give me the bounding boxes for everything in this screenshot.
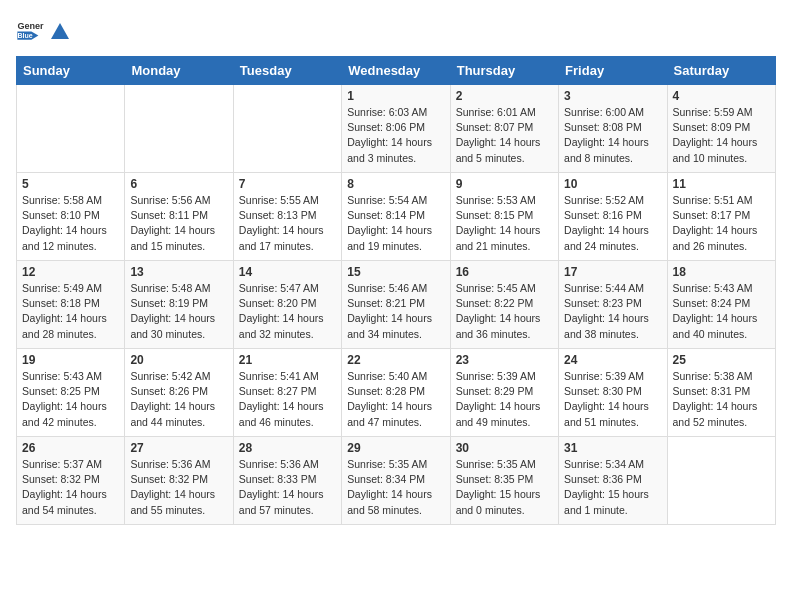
day-info: Sunrise: 5:59 AMSunset: 8:09 PMDaylight:… bbox=[673, 105, 770, 166]
day-info: Sunrise: 5:51 AMSunset: 8:17 PMDaylight:… bbox=[673, 193, 770, 254]
sunset-text: Sunset: 8:27 PM bbox=[239, 384, 336, 399]
daylight-text: Daylight: 14 hours and 46 minutes. bbox=[239, 399, 336, 429]
day-number: 6 bbox=[130, 177, 227, 191]
calendar-cell: 31Sunrise: 5:34 AMSunset: 8:36 PMDayligh… bbox=[559, 437, 667, 525]
day-number: 14 bbox=[239, 265, 336, 279]
header: General Blue bbox=[16, 16, 776, 44]
sunset-text: Sunset: 8:24 PM bbox=[673, 296, 770, 311]
calendar-cell bbox=[125, 85, 233, 173]
calendar-cell: 16Sunrise: 5:45 AMSunset: 8:22 PMDayligh… bbox=[450, 261, 558, 349]
sunset-text: Sunset: 8:25 PM bbox=[22, 384, 119, 399]
sunrise-text: Sunrise: 5:51 AM bbox=[673, 193, 770, 208]
sunset-text: Sunset: 8:28 PM bbox=[347, 384, 444, 399]
sunset-text: Sunset: 8:17 PM bbox=[673, 208, 770, 223]
daylight-text: Daylight: 14 hours and 55 minutes. bbox=[130, 487, 227, 517]
daylight-text: Daylight: 14 hours and 24 minutes. bbox=[564, 223, 661, 253]
calendar-cell: 22Sunrise: 5:40 AMSunset: 8:28 PMDayligh… bbox=[342, 349, 450, 437]
sunrise-text: Sunrise: 5:45 AM bbox=[456, 281, 553, 296]
calendar-cell: 6Sunrise: 5:56 AMSunset: 8:11 PMDaylight… bbox=[125, 173, 233, 261]
sunrise-text: Sunrise: 5:36 AM bbox=[239, 457, 336, 472]
sunrise-text: Sunrise: 5:42 AM bbox=[130, 369, 227, 384]
daylight-text: Daylight: 14 hours and 51 minutes. bbox=[564, 399, 661, 429]
day-number: 7 bbox=[239, 177, 336, 191]
day-info: Sunrise: 5:42 AMSunset: 8:26 PMDaylight:… bbox=[130, 369, 227, 430]
sunrise-text: Sunrise: 5:34 AM bbox=[564, 457, 661, 472]
calendar-cell: 18Sunrise: 5:43 AMSunset: 8:24 PMDayligh… bbox=[667, 261, 775, 349]
calendar-week-row: 19Sunrise: 5:43 AMSunset: 8:25 PMDayligh… bbox=[17, 349, 776, 437]
day-number: 20 bbox=[130, 353, 227, 367]
day-number: 8 bbox=[347, 177, 444, 191]
sunrise-text: Sunrise: 5:35 AM bbox=[456, 457, 553, 472]
daylight-text: Daylight: 14 hours and 40 minutes. bbox=[673, 311, 770, 341]
calendar-cell bbox=[667, 437, 775, 525]
sunrise-text: Sunrise: 5:37 AM bbox=[22, 457, 119, 472]
sunrise-text: Sunrise: 5:54 AM bbox=[347, 193, 444, 208]
sunrise-text: Sunrise: 5:49 AM bbox=[22, 281, 119, 296]
sunset-text: Sunset: 8:08 PM bbox=[564, 120, 661, 135]
sunset-text: Sunset: 8:36 PM bbox=[564, 472, 661, 487]
sunrise-text: Sunrise: 5:36 AM bbox=[130, 457, 227, 472]
calendar-cell: 29Sunrise: 5:35 AMSunset: 8:34 PMDayligh… bbox=[342, 437, 450, 525]
sunset-text: Sunset: 8:20 PM bbox=[239, 296, 336, 311]
sunrise-text: Sunrise: 5:52 AM bbox=[564, 193, 661, 208]
day-info: Sunrise: 5:43 AMSunset: 8:24 PMDaylight:… bbox=[673, 281, 770, 342]
day-number: 28 bbox=[239, 441, 336, 455]
col-header-wednesday: Wednesday bbox=[342, 57, 450, 85]
day-info: Sunrise: 5:38 AMSunset: 8:31 PMDaylight:… bbox=[673, 369, 770, 430]
daylight-text: Daylight: 14 hours and 57 minutes. bbox=[239, 487, 336, 517]
calendar-cell: 10Sunrise: 5:52 AMSunset: 8:16 PMDayligh… bbox=[559, 173, 667, 261]
daylight-text: Daylight: 14 hours and 15 minutes. bbox=[130, 223, 227, 253]
sunrise-text: Sunrise: 5:44 AM bbox=[564, 281, 661, 296]
calendar-week-row: 5Sunrise: 5:58 AMSunset: 8:10 PMDaylight… bbox=[17, 173, 776, 261]
day-info: Sunrise: 5:35 AMSunset: 8:35 PMDaylight:… bbox=[456, 457, 553, 518]
day-info: Sunrise: 5:35 AMSunset: 8:34 PMDaylight:… bbox=[347, 457, 444, 518]
day-number: 19 bbox=[22, 353, 119, 367]
daylight-text: Daylight: 14 hours and 49 minutes. bbox=[456, 399, 553, 429]
sunset-text: Sunset: 8:23 PM bbox=[564, 296, 661, 311]
calendar-cell: 7Sunrise: 5:55 AMSunset: 8:13 PMDaylight… bbox=[233, 173, 341, 261]
logo-icon: General Blue bbox=[16, 16, 44, 44]
day-info: Sunrise: 5:56 AMSunset: 8:11 PMDaylight:… bbox=[130, 193, 227, 254]
day-number: 29 bbox=[347, 441, 444, 455]
sunset-text: Sunset: 8:32 PM bbox=[130, 472, 227, 487]
daylight-text: Daylight: 14 hours and 36 minutes. bbox=[456, 311, 553, 341]
svg-text:General: General bbox=[17, 21, 44, 31]
sunset-text: Sunset: 8:07 PM bbox=[456, 120, 553, 135]
day-info: Sunrise: 6:00 AMSunset: 8:08 PMDaylight:… bbox=[564, 105, 661, 166]
sunset-text: Sunset: 8:22 PM bbox=[456, 296, 553, 311]
day-info: Sunrise: 6:01 AMSunset: 8:07 PMDaylight:… bbox=[456, 105, 553, 166]
sunset-text: Sunset: 8:26 PM bbox=[130, 384, 227, 399]
sunset-text: Sunset: 8:33 PM bbox=[239, 472, 336, 487]
daylight-text: Daylight: 14 hours and 8 minutes. bbox=[564, 135, 661, 165]
daylight-text: Daylight: 14 hours and 26 minutes. bbox=[673, 223, 770, 253]
calendar-cell: 2Sunrise: 6:01 AMSunset: 8:07 PMDaylight… bbox=[450, 85, 558, 173]
calendar-cell: 15Sunrise: 5:46 AMSunset: 8:21 PMDayligh… bbox=[342, 261, 450, 349]
day-info: Sunrise: 6:03 AMSunset: 8:06 PMDaylight:… bbox=[347, 105, 444, 166]
sunset-text: Sunset: 8:30 PM bbox=[564, 384, 661, 399]
daylight-text: Daylight: 14 hours and 28 minutes. bbox=[22, 311, 119, 341]
day-info: Sunrise: 5:53 AMSunset: 8:15 PMDaylight:… bbox=[456, 193, 553, 254]
day-number: 31 bbox=[564, 441, 661, 455]
calendar-cell: 8Sunrise: 5:54 AMSunset: 8:14 PMDaylight… bbox=[342, 173, 450, 261]
sunset-text: Sunset: 8:29 PM bbox=[456, 384, 553, 399]
sunrise-text: Sunrise: 5:40 AM bbox=[347, 369, 444, 384]
day-info: Sunrise: 5:39 AMSunset: 8:29 PMDaylight:… bbox=[456, 369, 553, 430]
day-number: 13 bbox=[130, 265, 227, 279]
sunrise-text: Sunrise: 5:35 AM bbox=[347, 457, 444, 472]
day-number: 27 bbox=[130, 441, 227, 455]
calendar-cell: 20Sunrise: 5:42 AMSunset: 8:26 PMDayligh… bbox=[125, 349, 233, 437]
sunset-text: Sunset: 8:16 PM bbox=[564, 208, 661, 223]
daylight-text: Daylight: 14 hours and 12 minutes. bbox=[22, 223, 119, 253]
sunset-text: Sunset: 8:06 PM bbox=[347, 120, 444, 135]
svg-marker-3 bbox=[51, 23, 69, 39]
col-header-tuesday: Tuesday bbox=[233, 57, 341, 85]
calendar-cell: 13Sunrise: 5:48 AMSunset: 8:19 PMDayligh… bbox=[125, 261, 233, 349]
daylight-text: Daylight: 14 hours and 42 minutes. bbox=[22, 399, 119, 429]
day-info: Sunrise: 5:46 AMSunset: 8:21 PMDaylight:… bbox=[347, 281, 444, 342]
daylight-text: Daylight: 14 hours and 17 minutes. bbox=[239, 223, 336, 253]
sunset-text: Sunset: 8:32 PM bbox=[22, 472, 119, 487]
sunset-text: Sunset: 8:11 PM bbox=[130, 208, 227, 223]
sunset-text: Sunset: 8:34 PM bbox=[347, 472, 444, 487]
day-number: 15 bbox=[347, 265, 444, 279]
col-header-sunday: Sunday bbox=[17, 57, 125, 85]
